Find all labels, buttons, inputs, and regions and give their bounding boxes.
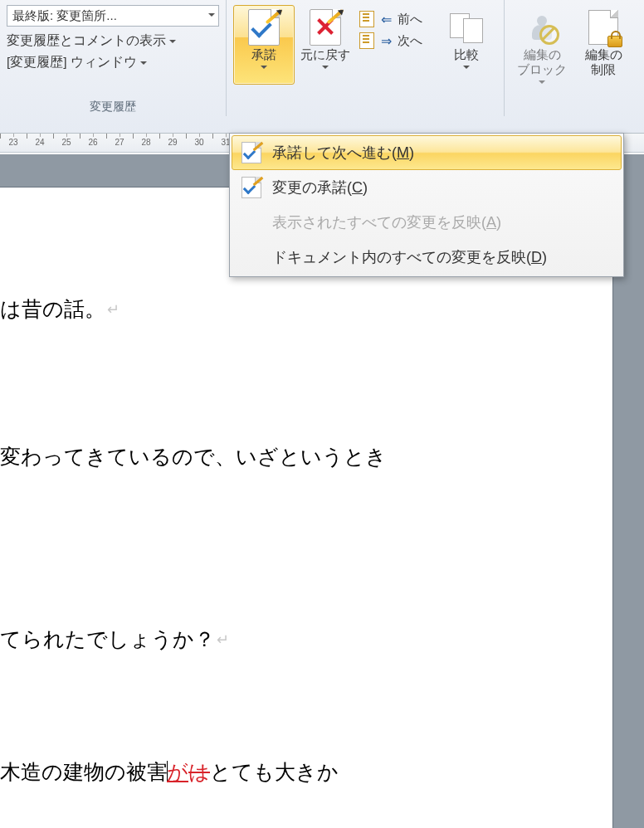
accept-dropdown-menu: 承諾して次へ進む(M)変更の承諾(C)表示されたすべての変更を反映(A)ドキュメ… (229, 133, 624, 277)
restrict-icon (585, 9, 622, 46)
chevron-down-icon (539, 80, 545, 87)
arrow-left-icon: ⇐ (378, 12, 394, 27)
accept-item-icon (239, 212, 264, 233)
accept-item-icon (239, 177, 264, 198)
block-authors-icon (524, 9, 560, 46)
pilcrow-icon: ↵ (107, 301, 120, 318)
accept-item-icon (239, 142, 264, 163)
accept-icon (246, 9, 282, 46)
accept-menu-item-3[interactable]: ドキュメント内のすべての変更を反映(D) (232, 240, 622, 275)
ribbon: 最終版: 変更箇所... 変更履歴とコメントの表示 [変更履歴] ウィンドウ 変… (0, 0, 644, 134)
menu-item-label: 表示されたすべての変更を反映(A) (272, 212, 501, 232)
block-label: 編集のブロック (517, 47, 567, 77)
menu-item-label: ドキュメント内のすべての変更を反映(D) (272, 247, 547, 267)
show-markup-menu[interactable]: 変更履歴とコメントの表示 (7, 30, 219, 51)
doc-line-1: は昔の話。↵ (0, 295, 120, 323)
tracked-insertion: が (167, 761, 188, 783)
chevron-down-icon (261, 66, 267, 72)
restrict-label: 編集の制限 (585, 47, 622, 77)
protect-group: 編集のブロック 編集の制限 (505, 0, 641, 116)
previous-change-button[interactable]: ⇐ 前へ (359, 8, 422, 30)
display-for-review-combo[interactable]: 最終版: 変更箇所... (7, 5, 219, 27)
accept-menu-item-0[interactable]: 承諾して次へ進む(M) (232, 135, 622, 170)
chevron-down-icon (463, 66, 470, 72)
block-authors-button[interactable]: 編集のブロック (511, 5, 573, 100)
menu-item-label: 承諾して次へ進む(M) (272, 143, 414, 163)
doc-line-2: 変わってきているので、いざというとき (0, 443, 387, 470)
tracked-deletion: は (188, 761, 210, 783)
reject-icon (307, 9, 344, 46)
lock-icon (607, 36, 622, 47)
accept-split-button[interactable]: 承諾 (233, 5, 295, 85)
page-icon (359, 32, 374, 49)
accept-menu-item-2: 表示されたすべての変更を反映(A) (232, 205, 622, 240)
pilcrow-icon: ↵ (217, 631, 229, 648)
reject-split-button[interactable]: 元に戻す (295, 5, 356, 85)
compare-group: 比較 (429, 0, 505, 116)
doc-line-3: てられたでしょうか？↵ (0, 626, 229, 653)
reviewing-pane-menu[interactable]: [変更履歴] ウィンドウ (7, 51, 219, 73)
next-change-button[interactable]: ⇒ 次へ (359, 30, 422, 51)
arrow-right-icon: ⇒ (378, 33, 394, 49)
compare-button[interactable]: 比較 (436, 5, 497, 85)
doc-line-4: 木造の建物の被害がはとても大きか (0, 758, 339, 786)
group-tracking: 最終版: 変更箇所... 変更履歴とコメントの表示 [変更履歴] ウィンドウ 変… (0, 0, 227, 116)
menu-item-label: 変更の承諾(C) (272, 178, 368, 197)
document-page[interactable]: は昔の話。↵ 変わってきているので、いざというとき てられたでしょうか？↵ 木造… (0, 188, 612, 828)
group-label-tracking: 変更履歴 (0, 100, 226, 114)
accept-menu-item-1[interactable]: 変更の承諾(C) (232, 170, 622, 205)
restrict-editing-button[interactable]: 編集の制限 (573, 5, 634, 100)
compare-icon (448, 9, 485, 46)
accept-label: 承諾 (251, 47, 276, 62)
reject-label: 元に戻す (300, 47, 350, 62)
changes-group: 承諾 元に戻す ⇐ 前へ (227, 0, 429, 116)
compare-label: 比較 (454, 47, 479, 62)
chevron-down-icon (322, 66, 329, 72)
accept-item-icon (239, 246, 264, 268)
page-icon (359, 11, 374, 27)
